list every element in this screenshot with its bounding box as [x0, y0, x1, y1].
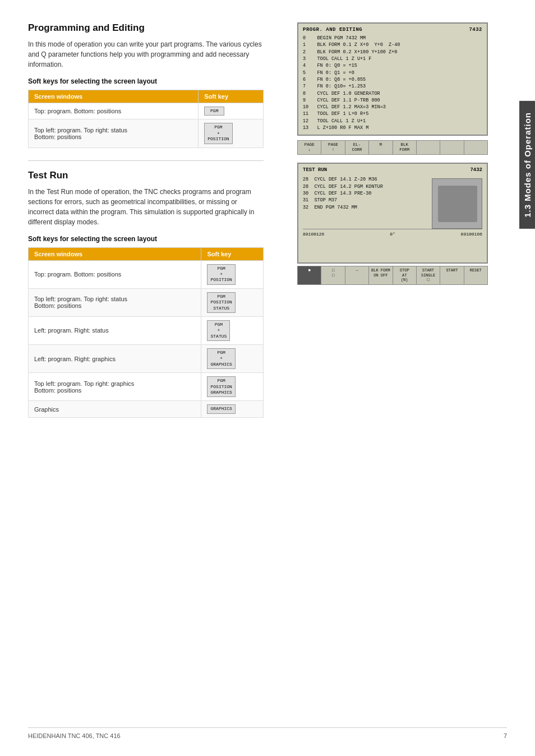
- cnc-test-softkey-bar: ■ □□ → BLK FORMON OFF STOPAT(N) STARTSIN…: [297, 266, 488, 284]
- softkey-page-up[interactable]: PAGE↑: [321, 141, 345, 154]
- test-run-footer-left: 89100126: [303, 232, 324, 237]
- test-run-row3-screen: Left: program. Right: status: [29, 316, 201, 344]
- softkey-stop-at-n[interactable]: STOPAT(N): [393, 266, 417, 284]
- footer-left: HEIDENHAIN TNC 406, TNC 416: [28, 732, 121, 739]
- test-run-footer-mid: 0°: [390, 232, 395, 237]
- cnc-test-screen: TEST RUN 7432 28 CYCL DEF 14.1 Z-20 M36 …: [297, 163, 488, 264]
- test-run-row4-softkey: PGM+GRAPHICS: [201, 345, 264, 373]
- softkey-arrow[interactable]: →: [345, 266, 369, 284]
- test-run-row6-softkey: GRAPHICS: [201, 401, 264, 417]
- test-run-row6-screen: Graphics: [29, 401, 201, 417]
- programming-row2-screen: Top left: program. Top right: statusBott…: [29, 119, 199, 147]
- softkey-el-corr[interactable]: EL-CORR: [345, 141, 369, 154]
- test-run-section-title: Test Run: [28, 170, 264, 181]
- test-run-footer-right: 89100106: [461, 232, 482, 237]
- test-run-table-col2-header: Soft key: [201, 247, 264, 260]
- softkey-start[interactable]: START: [440, 266, 464, 284]
- softkey-page-down[interactable]: PAGE↓: [298, 141, 321, 154]
- page-footer: HEIDENHAIN TNC 406, TNC 416 7: [28, 727, 507, 739]
- softkey-btn[interactable]: PGMPOSITIONGRAPHICS: [207, 376, 235, 397]
- table-row: Graphics GRAPHICS: [29, 401, 264, 417]
- programming-section-body: In this mode of operation you can write …: [28, 39, 264, 70]
- softkey-start-single[interactable]: STARTSINGLE□: [417, 266, 440, 284]
- softkey-btn[interactable]: PGM: [204, 107, 224, 116]
- table-row: Top left: program. Top right: statusBott…: [29, 288, 264, 316]
- softkey-btn[interactable]: PGM+POSITION: [207, 264, 235, 285]
- test-run-footer: 89100126 0° 89100106: [303, 229, 482, 237]
- programming-subsection-title: Soft keys for selecting the screen layou…: [28, 77, 264, 85]
- programming-table-col1-header: Screen windows: [29, 90, 199, 103]
- programming-row2-softkey: PGM+POSITION: [199, 119, 264, 147]
- programming-table-col2-header: Soft key: [199, 90, 264, 103]
- main-content: Programming and Editing In this mode of …: [0, 0, 292, 756]
- test-run-row3-softkey: PGM+STATUS: [201, 316, 264, 344]
- table-row: Left: program. Right: graphics PGM+GRAPH…: [29, 345, 264, 373]
- test-run-row1-softkey: PGM+POSITION: [201, 260, 264, 288]
- cnc-prog-header-left: PROGR. AND EDITING: [303, 27, 362, 33]
- softkey-empty3: [464, 141, 487, 154]
- softkey-reset[interactable]: RESET: [464, 266, 487, 284]
- right-panel: PROGR. AND EDITING 7432 0 BEGIN PGM 7432…: [292, 0, 505, 756]
- test-run-subsection-title: Soft keys for selecting the screen layou…: [28, 235, 264, 243]
- test-run-table-col1-header: Screen windows: [29, 247, 201, 260]
- softkey-blk-form[interactable]: BLKFORM: [393, 141, 417, 154]
- test-run-section-body: In the Test Run mode of operation, the T…: [28, 187, 264, 227]
- softkey-empty1: [417, 141, 440, 154]
- test-run-graphic-shape: [438, 186, 477, 222]
- table-row: Top left: program. Top right: graphicsBo…: [29, 373, 264, 401]
- test-run-row2-screen: Top left: program. Top right: statusBott…: [29, 288, 201, 316]
- table-row: Top left: program. Top right: statusBott…: [29, 119, 264, 147]
- test-run-row2-softkey: PGMPOSITIONSTATUS: [201, 288, 264, 316]
- softkey-btn[interactable]: PGM+GRAPHICS: [207, 348, 235, 369]
- divider: [28, 160, 264, 161]
- softkey-squares[interactable]: □□: [321, 266, 345, 284]
- programming-section-title: Programming and Editing: [28, 22, 264, 34]
- programming-table: Screen windows Soft key Top: program. Bo…: [28, 90, 264, 148]
- softkey-btn[interactable]: PGM+STATUS: [207, 320, 230, 341]
- cnc-prog-header-right: 7432: [469, 27, 482, 33]
- softkey-blkform-onoff[interactable]: BLK FORMON OFF: [369, 266, 393, 284]
- softkey-btn[interactable]: GRAPHICS: [207, 404, 235, 413]
- side-tab: 1.3 Modes of Operation: [519, 101, 535, 229]
- cnc-prog-softkey-bar: PAGE↓ PAGE↑ EL-CORR M BLKFORM: [297, 140, 488, 155]
- test-run-row5-softkey: PGMPOSITIONGRAPHICS: [201, 373, 264, 401]
- table-row: Top: program. Bottom: positions PGM: [29, 103, 264, 119]
- programming-row1-softkey: PGM: [199, 103, 264, 119]
- table-row: Top: program. Bottom: positions PGM+POSI…: [29, 260, 264, 288]
- footer-right: 7: [504, 732, 507, 739]
- table-row: Left: program. Right: status PGM+STATUS: [29, 316, 264, 344]
- softkey-btn[interactable]: PGM+POSITION: [204, 123, 232, 144]
- softkey-empty2: [440, 141, 464, 154]
- test-run-row1-screen: Top: program. Bottom: positions: [29, 260, 201, 288]
- test-run-row4-screen: Left: program. Right: graphics: [29, 345, 201, 373]
- test-run-row5-screen: Top left: program. Top right: graphicsBo…: [29, 373, 201, 401]
- programming-row1-screen: Top: program. Bottom: positions: [29, 103, 199, 119]
- test-run-table: Screen windows Soft key Top: program. Bo…: [28, 247, 264, 418]
- cnc-prog-body: 0 BEGIN PGM 7432 MM 1 BLK FORM 0.1 Z X+0…: [303, 35, 482, 131]
- softkey-filled[interactable]: ■: [298, 266, 321, 284]
- softkey-m[interactable]: M: [369, 141, 393, 154]
- cnc-prog-screen: PROGR. AND EDITING 7432 0 BEGIN PGM 7432…: [297, 22, 488, 136]
- cnc-test-header-right: 7432: [470, 167, 482, 173]
- softkey-btn[interactable]: PGMPOSITIONSTATUS: [207, 292, 235, 313]
- cnc-test-header-left: TEST RUN: [303, 167, 327, 173]
- test-run-graphic: [432, 178, 482, 229]
